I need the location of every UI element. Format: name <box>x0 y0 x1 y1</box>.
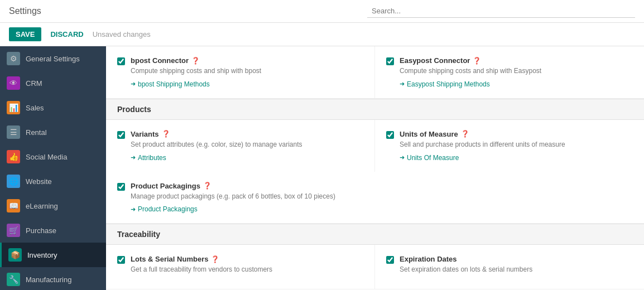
arrow-icon: ➜ <box>131 206 136 213</box>
sidebar-item-website[interactable]: 🌐 Website <box>0 169 106 194</box>
connectors-section: bpost Connector ❓ Compute shipping costs… <box>106 46 644 99</box>
manufacturing-icon: 🔧 <box>7 273 20 286</box>
product-packagings-checkbox[interactable] <box>117 183 125 191</box>
content-area: bpost Connector ❓ Compute shipping costs… <box>106 46 644 290</box>
attributes-link[interactable]: ➜ Attributes <box>131 154 363 162</box>
inventory-icon: 📦 <box>8 248 22 262</box>
gear-icon: ⚙ <box>7 52 20 65</box>
bpost-connector-checkbox[interactable] <box>117 57 125 65</box>
product-packagings-content: Product Packagings ❓ Manage product pack… <box>131 182 364 214</box>
sidebar-item-inventory[interactable]: 📦 Inventory <box>0 243 106 267</box>
easypost-help-icon: ❓ <box>473 57 481 65</box>
units-of-measure-desc: Sell and purchase products in different … <box>400 140 633 149</box>
sidebar-label-inventory: Inventory <box>27 251 57 259</box>
sidebar-item-general-settings[interactable]: ⚙ General Settings <box>0 46 106 71</box>
sidebar-label-website: Website <box>26 177 52 186</box>
easypost-connector-desc: Compute shipping costs and ship with Eas… <box>400 66 633 76</box>
main-layout: ⚙ General Settings 👁 CRM 📊 Sales ☰ Renta… <box>0 46 644 290</box>
website-icon: 🌐 <box>7 175 20 188</box>
sidebar-item-social-media[interactable]: 👍 Social Media <box>0 144 106 169</box>
bpost-connector-content: bpost Connector ❓ Compute shipping costs… <box>131 56 363 88</box>
sidebar-label-elearning: eLearning <box>26 202 58 210</box>
sidebar-label-rental: Rental <box>26 128 47 137</box>
lots-serial-numbers-title: Lots & Serial Numbers ❓ <box>131 255 363 263</box>
sidebar-item-manufacturing[interactable]: 🔧 Manufacturing <box>0 267 106 290</box>
sidebar-item-crm[interactable]: 👁 CRM <box>0 71 106 95</box>
sidebar-label-purchase: Purchase <box>26 226 56 235</box>
sidebar-label-crm: CRM <box>26 79 42 88</box>
setting-units-of-measure: Units of Measure ❓ Sell and purchase pro… <box>375 120 644 172</box>
arrow-icon: ➜ <box>131 154 136 161</box>
arrow-icon: ➜ <box>131 80 136 88</box>
easypost-connector-title: Easypost Connector ❓ <box>400 56 633 65</box>
search-input[interactable] <box>372 7 631 15</box>
product-packagings-desc: Manage product packagings (e.g. pack of … <box>131 192 364 201</box>
bpost-connector-title: bpost Connector ❓ <box>131 56 363 65</box>
lots-help-icon: ❓ <box>211 255 219 263</box>
rental-icon: ☰ <box>7 125 20 139</box>
units-of-measure-title: Units of Measure ❓ <box>400 130 633 138</box>
easypost-link[interactable]: ➜ Easypost Shipping Methods <box>400 80 633 88</box>
sidebar-label-social-media: Social Media <box>26 153 67 161</box>
bpost-link[interactable]: ➜ bpost Shipping Methods <box>131 80 363 88</box>
lots-serial-numbers-desc: Get a full traceability from vendors to … <box>131 265 363 274</box>
discard-button[interactable]: DISCARD <box>46 27 88 41</box>
setting-product-packagings: Product Packagings ❓ Manage product pack… <box>106 172 375 224</box>
purchase-icon: 🛒 <box>7 224 20 237</box>
sidebar-label-manufacturing: Manufacturing <box>26 276 71 284</box>
variants-content: Variants ❓ Set product attributes (e.g. … <box>131 130 363 162</box>
expiration-dates-title: Expiration Dates <box>400 255 633 263</box>
sales-icon: 📊 <box>7 101 20 114</box>
product-packagings-link[interactable]: ➜ Product Packagings <box>131 205 364 213</box>
arrow-icon: ➜ <box>400 80 405 88</box>
variants-title: Variants ❓ <box>131 130 363 138</box>
arrow-icon: ➜ <box>400 154 405 161</box>
sidebar: ⚙ General Settings 👁 CRM 📊 Sales ☰ Renta… <box>0 46 106 290</box>
bpost-connector-desc: Compute shipping costs and ship with bpo… <box>131 66 363 76</box>
traceability-section-header: Traceability <box>106 224 644 245</box>
bpost-help-icon: ❓ <box>191 57 200 65</box>
setting-bpost-connector: bpost Connector ❓ Compute shipping costs… <box>106 46 375 98</box>
save-button[interactable]: SAVE <box>9 27 41 41</box>
easypost-connector-checkbox[interactable] <box>386 57 394 65</box>
elearning-icon: 📖 <box>7 199 20 212</box>
sidebar-item-rental[interactable]: ☰ Rental <box>0 120 106 144</box>
sidebar-item-purchase[interactable]: 🛒 Purchase <box>0 218 106 243</box>
page-title: Settings <box>9 6 41 16</box>
products-section-header: Products <box>106 99 644 120</box>
social-icon: 👍 <box>7 150 20 163</box>
units-of-measure-checkbox[interactable] <box>386 131 394 139</box>
products-settings: Variants ❓ Set product attributes (e.g. … <box>106 120 644 224</box>
expiration-dates-content: Expiration Dates Set expiration dates on… <box>400 255 633 279</box>
easypost-connector-content: Easypost Connector ❓ Compute shipping co… <box>400 56 633 88</box>
sidebar-label-sales: Sales <box>26 104 44 112</box>
setting-expiration-dates: Expiration Dates Set expiration dates on… <box>375 245 644 289</box>
lots-serial-numbers-checkbox[interactable] <box>117 256 125 264</box>
variants-checkbox[interactable] <box>117 131 125 139</box>
product-packagings-title: Product Packagings ❓ <box>131 182 364 190</box>
expiration-dates-checkbox[interactable] <box>386 256 394 264</box>
lots-serial-numbers-content: Lots & Serial Numbers ❓ Get a full trace… <box>131 255 363 279</box>
packagings-help-icon: ❓ <box>203 182 212 190</box>
traceability-settings: Lots & Serial Numbers ❓ Get a full trace… <box>106 245 644 289</box>
setting-easypost-connector: Easypost Connector ❓ Compute shipping co… <box>375 46 644 98</box>
units-of-measure-link[interactable]: ➜ Units Of Measure <box>400 154 633 162</box>
unsaved-label: Unsaved changes <box>93 30 151 38</box>
expiration-dates-desc: Set expiration dates on lots & serial nu… <box>400 265 633 274</box>
toolbar: SAVE DISCARD Unsaved changes <box>0 23 644 46</box>
search-bar[interactable] <box>367 4 635 18</box>
crm-icon: 👁 <box>7 76 20 90</box>
sidebar-label-general-settings: General Settings <box>26 55 80 63</box>
setting-lots-serial-numbers: Lots & Serial Numbers ❓ Get a full trace… <box>106 245 375 289</box>
variants-desc: Set product attributes (e.g. color, size… <box>131 140 363 149</box>
setting-variants: Variants ❓ Set product attributes (e.g. … <box>106 120 375 172</box>
units-of-measure-content: Units of Measure ❓ Sell and purchase pro… <box>400 130 633 162</box>
variants-help-icon: ❓ <box>162 130 170 138</box>
sidebar-item-elearning[interactable]: 📖 eLearning <box>0 194 106 218</box>
sidebar-item-sales[interactable]: 📊 Sales <box>0 95 106 120</box>
units-help-icon: ❓ <box>461 130 469 138</box>
header: Settings <box>0 0 644 23</box>
